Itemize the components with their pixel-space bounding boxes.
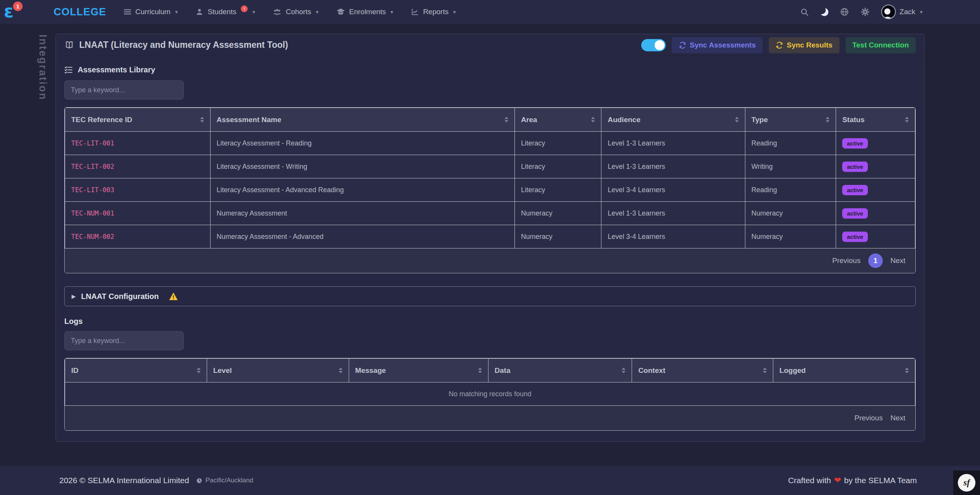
user-menu[interactable]: Zack ▾: [881, 5, 923, 19]
sort-icon: [197, 368, 201, 373]
sync-results-button[interactable]: Sync Results: [769, 37, 839, 53]
menu-item-enrolments[interactable]: Enrolments ▾: [336, 7, 393, 16]
chevron-down-icon: ▾: [252, 9, 255, 15]
gear-settings-icon[interactable]: [861, 7, 870, 16]
cell-status: active: [836, 178, 915, 202]
sort-icon: [339, 368, 343, 373]
panel-title-group: LNAAT (Literacy and Numeracy Assessment …: [64, 40, 288, 50]
table-row: TEC-NUM-002 Numeracy Assessment - Advanc…: [65, 225, 915, 248]
cell-audience: Level 1-3 Learners: [601, 132, 745, 155]
cell-audience: Level 3-4 Learners: [601, 225, 745, 248]
timezone: Pacific/Auckland: [196, 477, 253, 484]
next-page-link[interactable]: Next: [890, 414, 905, 422]
integration-enabled-toggle[interactable]: [641, 39, 666, 51]
cell-tec-id: TEC-NUM-002: [65, 225, 211, 248]
cell-area: Literacy: [514, 178, 601, 202]
app-logo[interactable]: ε 1: [4, 3, 54, 21]
symfony-logo-icon: sf: [958, 474, 975, 492]
column-header-data[interactable]: Data: [488, 359, 632, 382]
menu-icon: [123, 8, 132, 16]
cell-audience: Level 1-3 Learners: [601, 155, 745, 178]
cell-status: active: [836, 202, 915, 225]
cell-area: Numeracy: [514, 225, 601, 248]
column-header-assessment-name[interactable]: Assessment Name: [210, 108, 514, 132]
status-badge: active: [842, 138, 868, 149]
notification-count-badge: 1: [13, 2, 23, 11]
integration-section-label: Integration: [37, 34, 49, 101]
test-connection-button[interactable]: Test Connection: [846, 37, 916, 53]
cell-tec-id: TEC-LIT-001: [65, 132, 211, 155]
lnaat-configuration-expander[interactable]: ▶ LNAAT Configuration: [64, 286, 916, 306]
lnaat-configuration-title: LNAAT Configuration: [81, 292, 159, 301]
sort-icon: [200, 117, 204, 123]
cell-tec-id: TEC-LIT-002: [65, 155, 211, 178]
menu-item-label: Enrolments: [349, 8, 386, 16]
cell-assessment-name: Literacy Assessment - Advanced Reading: [210, 178, 514, 202]
sort-icon: [505, 117, 508, 123]
column-header-logged[interactable]: Logged: [773, 359, 915, 382]
sort-icon: [905, 117, 909, 123]
column-header-audience[interactable]: Audience: [601, 108, 745, 132]
empty-row: No matching records found: [65, 382, 915, 406]
cell-area: Numeracy: [514, 202, 601, 225]
sort-icon: [763, 368, 767, 373]
panel-header-controls: Sync Assessments Sync Results Test Conne…: [641, 37, 916, 53]
column-header-type[interactable]: Type: [745, 108, 836, 132]
top-navbar: ε 1 COLLEGE Curriculum ▾ Students ! ▾ Co…: [0, 0, 980, 24]
cell-assessment-name: Literacy Assessment - Reading: [210, 132, 514, 155]
cell-type: Reading: [745, 178, 836, 202]
toggle-knob: [655, 40, 665, 50]
column-header-message[interactable]: Message: [349, 359, 488, 382]
cell-tec-id: TEC-NUM-001: [65, 202, 211, 225]
globe-language-icon[interactable]: [840, 7, 849, 16]
brand-title[interactable]: COLLEGE: [54, 6, 106, 18]
table-row: TEC-LIT-002 Literacy Assessment - Writin…: [65, 155, 915, 178]
assessments-search-input[interactable]: [64, 80, 184, 100]
menu-item-students[interactable]: Students ! ▾: [195, 8, 255, 16]
people-icon: [273, 7, 282, 16]
column-header-area[interactable]: Area: [514, 108, 601, 132]
assessments-table-container: TEC Reference ID Assessment Name Area Au…: [64, 107, 916, 273]
chevron-down-icon: ▾: [390, 9, 393, 15]
current-page-button[interactable]: 1: [868, 253, 883, 268]
cell-type: Reading: [745, 132, 836, 155]
logs-search-input[interactable]: [64, 331, 184, 350]
search-icon[interactable]: [800, 8, 809, 16]
menu-item-reports[interactable]: Reports ▾: [411, 8, 456, 16]
previous-page-link[interactable]: Previous: [832, 256, 861, 265]
menu-item-curriculum[interactable]: Curriculum ▾: [123, 8, 178, 16]
column-header-status[interactable]: Status: [836, 108, 915, 132]
sync-icon: [776, 41, 783, 49]
clock-icon: [196, 477, 203, 484]
sync-assessments-button[interactable]: Sync Assessments: [672, 37, 763, 53]
menu-item-cohorts[interactable]: Cohorts ▾: [273, 7, 318, 16]
column-header-id[interactable]: ID: [65, 359, 207, 382]
next-page-link[interactable]: Next: [890, 256, 905, 265]
cell-tec-id: TEC-LIT-003: [65, 178, 211, 202]
sync-results-label: Sync Results: [787, 41, 832, 49]
previous-page-link[interactable]: Previous: [854, 414, 883, 422]
cell-status: active: [836, 132, 915, 155]
chevron-down-icon: ▾: [920, 9, 923, 15]
column-header-context[interactable]: Context: [632, 359, 773, 382]
test-connection-label: Test Connection: [853, 41, 909, 49]
heart-icon: ❤: [834, 475, 841, 485]
book-icon: [64, 40, 74, 50]
chevron-down-icon: ▾: [453, 9, 456, 15]
assessments-table: TEC Reference ID Assessment Name Area Au…: [65, 108, 915, 248]
copyright-text: 2026 © SELMA International Limited: [59, 476, 189, 485]
dark-mode-moon-icon[interactable]: [820, 8, 828, 16]
column-header-tec-reference-id[interactable]: TEC Reference ID: [65, 108, 211, 132]
status-badge: active: [842, 232, 868, 242]
chevron-down-icon: ▾: [316, 9, 318, 15]
column-header-level[interactable]: Level: [207, 359, 349, 382]
status-badge: active: [842, 208, 868, 219]
graduation-icon: [336, 7, 345, 16]
sort-icon: [826, 117, 830, 123]
status-badge: active: [842, 162, 868, 172]
symfony-profiler-button[interactable]: sf: [953, 470, 980, 495]
cell-assessment-name: Literacy Assessment - Writing: [210, 155, 514, 178]
menu-item-label: Cohorts: [286, 8, 311, 16]
footer-left: 2026 © SELMA International Limited Pacif…: [59, 476, 253, 485]
sort-icon: [622, 368, 626, 373]
